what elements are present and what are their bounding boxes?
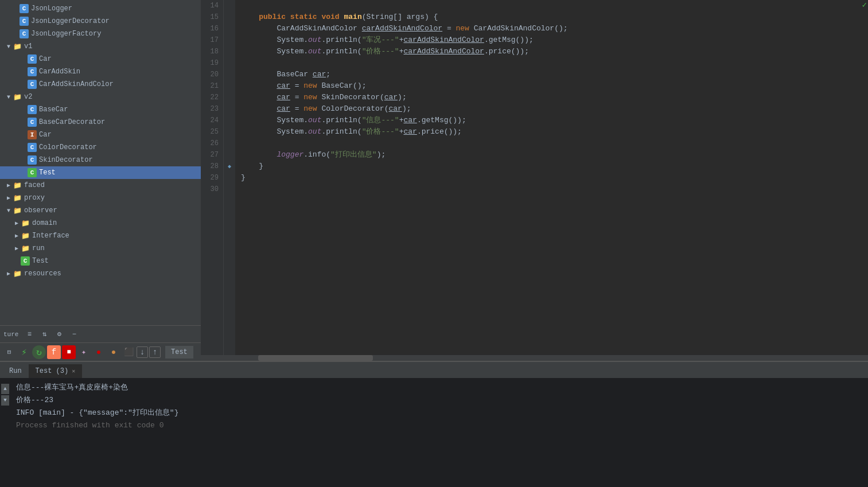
gutter-26 (224, 138, 235, 149)
tree-item-jsonlogger[interactable]: C JsonLogger (0, 2, 201, 15)
tab-test[interactable]: Test (3) ✕ (29, 364, 83, 378)
run-icon-6[interactable]: ✦ (77, 345, 91, 359)
tree-item-basecar[interactable]: C BaseCar (0, 103, 201, 116)
run-icon-1[interactable]: ⊟ (2, 345, 16, 359)
output-line-1: 信息---裸车宝马+真皮座椅+染色 (16, 381, 862, 394)
item-label: Test (39, 169, 56, 177)
run-icon-7[interactable]: ● (92, 345, 106, 359)
item-label: domain (32, 219, 57, 227)
tree-item-jsonloggerfactory[interactable]: C JsonLoggerFactory (0, 28, 201, 40)
line-25: 25 (205, 126, 219, 138)
item-label: v1 (24, 42, 32, 50)
minimize-btn[interactable]: − (68, 328, 80, 341)
line-22: 22 (205, 92, 219, 103)
arrow-collapsed: ▶ (5, 182, 13, 189)
scroll-up-btn[interactable]: ▲ (1, 384, 9, 394)
folder-icon: 📁 (21, 244, 30, 253)
tree-item-colordecorator[interactable]: C ColorDecorator (0, 141, 201, 154)
sidebar: C JsonLogger C JsonLoggerDecorator C Jso… (0, 0, 201, 361)
item-label: BaseCar (39, 106, 68, 114)
sidebar-toolbar: ture ≡ ⇅ ⚙ − (0, 325, 201, 342)
tree-item-proxy[interactable]: ▶ 📁 proxy (0, 192, 201, 204)
run-toolbar: ⊟ ⚡ ↻ f ■ ✦ ● ● ⬛ ↓ ↑ Test (0, 342, 201, 361)
arrow-expanded: ▼ (5, 94, 13, 100)
gutter-14 (224, 0, 235, 11)
gutter-24 (224, 115, 235, 126)
code-line-22: car = new SkinDecorator(car); (241, 92, 868, 103)
item-label: observer (24, 207, 57, 215)
run-icon-5[interactable]: ■ (62, 345, 76, 359)
class-icon: C (20, 17, 29, 26)
settings-btn[interactable]: ⚙ (53, 328, 65, 341)
code-area: 14 ▶ 15 16 17 18 19 20 21 22 23 24 25 26… (201, 0, 868, 355)
code-line-28: } (241, 161, 868, 172)
tree-item-jsonloggerdecorator[interactable]: C JsonLoggerDecorator (0, 15, 201, 28)
item-label: SkinDecorator (39, 156, 93, 164)
gutter-27 (224, 149, 235, 161)
item-label: run (32, 244, 45, 252)
line-23: 23 (205, 103, 219, 115)
line-14: 14 (205, 0, 219, 11)
tree-item-resources[interactable]: ▶ 📁 resources (0, 267, 201, 280)
arrow-collapsed: ▶ (13, 232, 21, 239)
run-icon-10[interactable]: ↓ (137, 346, 148, 358)
gutter-16 (224, 23, 235, 34)
run-icon-9[interactable]: ⬛ (122, 345, 135, 359)
tree-item-v2[interactable]: ▼ 📁 v2 (0, 91, 201, 103)
tree-item-v1[interactable]: ▼ 📁 v1 (0, 40, 201, 53)
line-21: 21 (205, 80, 219, 92)
tree-item-skindecorator[interactable]: C SkinDecorator (0, 154, 201, 166)
item-label: proxy (24, 194, 45, 202)
scroll-down-btn[interactable]: ▼ (1, 395, 9, 406)
gutter-18 (224, 46, 235, 57)
tree-item-test-observer[interactable]: C Test (0, 255, 201, 267)
gutter-23 (224, 103, 235, 115)
line-29: 29 (205, 172, 219, 184)
tab-test-label: Test (3) (36, 367, 69, 375)
item-label: Test (32, 257, 49, 265)
test-icon: C (28, 168, 37, 177)
arrow-expanded: ▼ (5, 44, 13, 50)
tree-item-interface[interactable]: ▶ 📁 Interface (0, 229, 201, 242)
run-icon-2[interactable]: ⚡ (17, 345, 31, 359)
run-icon-8[interactable]: ● (107, 345, 120, 359)
item-label: ColorDecorator (39, 143, 97, 151)
run-icon-3[interactable]: ↻ (32, 345, 46, 359)
run-icon-4[interactable]: f (47, 345, 61, 359)
folder-icon: 📁 (13, 42, 22, 51)
tree-item-basecardecorator[interactable]: C BaseCarDecorator (0, 116, 201, 128)
run-icon-11[interactable]: ↑ (149, 346, 161, 358)
code-line-26 (241, 138, 868, 149)
tree-item-run[interactable]: ▶ 📁 run (0, 242, 201, 255)
tree-item-caraddskin[interactable]: C CarAddSkin (0, 65, 201, 78)
tab-close-btn[interactable]: ✕ (72, 368, 75, 375)
line-26: 26 (205, 138, 219, 149)
gutter-15 (224, 11, 235, 23)
collapse-btn[interactable]: ⇅ (38, 328, 50, 341)
item-label: CarAddSkin (39, 68, 80, 76)
line-15: ▶ 15 (205, 11, 219, 23)
tree-item-car-v1[interactable]: C Car (0, 53, 201, 65)
run-label-tab[interactable]: Test (165, 346, 193, 359)
side-nav-btns: ▲ ▼ (0, 381, 10, 408)
code-content[interactable]: public static void main(String[] args) {… (235, 0, 868, 355)
sort-alpha-btn[interactable]: ≡ (23, 328, 36, 341)
class-icon: C (28, 67, 37, 76)
folder-icon: 📁 (21, 231, 30, 240)
tree-item-domain[interactable]: ▶ 📁 domain (0, 217, 201, 229)
arrow-collapsed: ▶ (5, 194, 13, 201)
horizontal-scrollbar[interactable] (201, 355, 868, 361)
code-line-30 (241, 184, 868, 195)
class-icon: C (20, 4, 29, 13)
gutter-21 (224, 80, 235, 92)
tree-item-car-v2[interactable]: I Car (0, 128, 201, 141)
class-icon: C (28, 118, 37, 127)
tree-item-observer[interactable]: ▼ 📁 observer (0, 204, 201, 217)
item-label: BaseCarDecorator (39, 118, 105, 126)
gutter-20 (224, 69, 235, 80)
tree-item-caraddskinandcolor[interactable]: C CarAddSkinAndColor (0, 78, 201, 91)
folder-icon: 📁 (13, 193, 22, 202)
tree-item-test-selected[interactable]: C Test (0, 166, 201, 179)
tree-item-faced[interactable]: ▶ 📁 faced (0, 179, 201, 192)
tab-run[interactable]: Run (2, 364, 29, 378)
